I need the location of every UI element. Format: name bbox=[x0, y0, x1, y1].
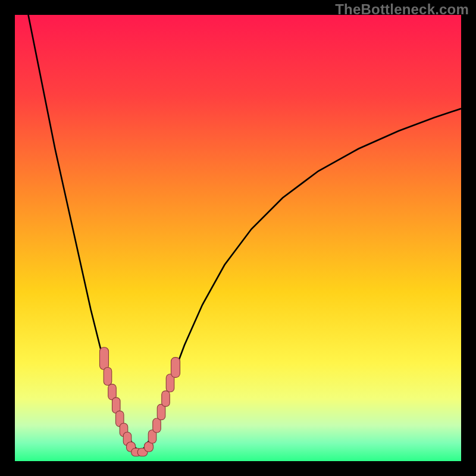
curve-layer bbox=[15, 15, 461, 461]
chart-frame: TheBottleneck.com bbox=[0, 0, 476, 476]
left-curve bbox=[29, 15, 140, 452]
marker bbox=[162, 391, 170, 406]
marker bbox=[153, 418, 161, 433]
markers bbox=[100, 347, 180, 456]
marker bbox=[171, 358, 180, 378]
plot-area bbox=[15, 15, 461, 461]
right-curve bbox=[140, 109, 461, 453]
watermark-text: TheBottleneck.com bbox=[335, 1, 469, 18]
marker bbox=[100, 347, 109, 370]
marker bbox=[104, 368, 111, 386]
